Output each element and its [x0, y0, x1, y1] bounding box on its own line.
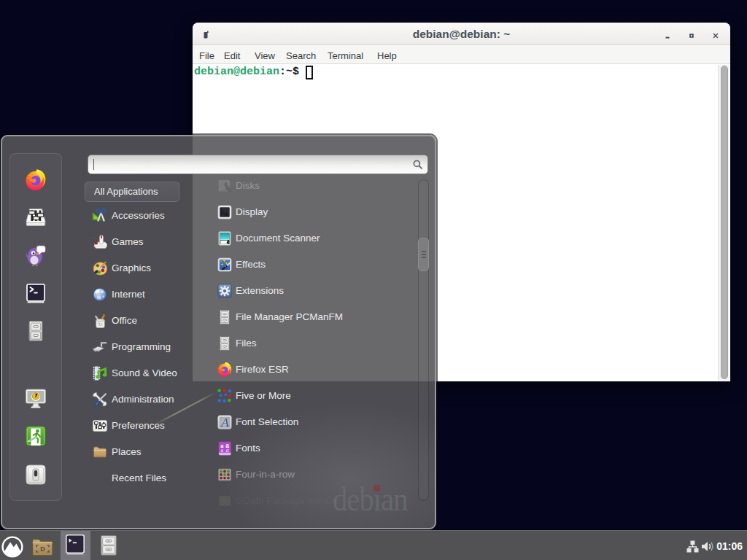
svg-text:a: a — [226, 447, 229, 454]
svg-text:A: A — [220, 416, 229, 429]
svg-text:D: D — [40, 545, 45, 553]
svg-text:a: a — [221, 447, 224, 454]
